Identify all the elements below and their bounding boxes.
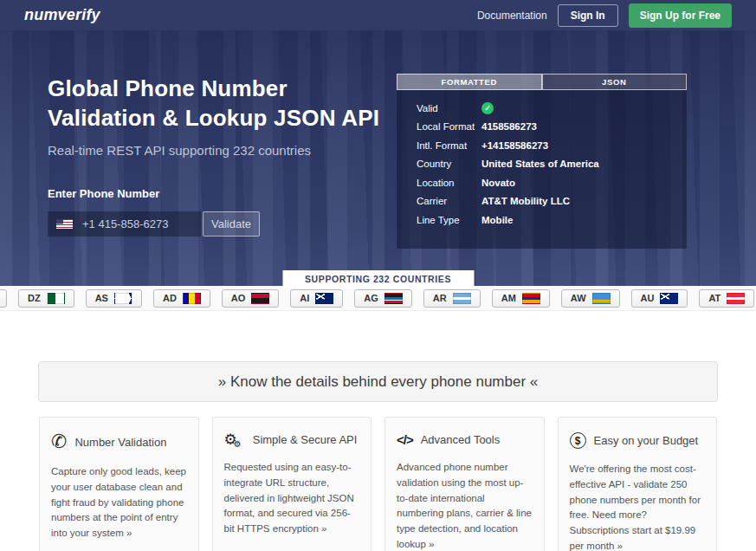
feature-cards: ✆Number ValidationCapture only good lead… [0, 417, 756, 551]
phone-number-input[interactable]: +1 415-858-6273 [48, 211, 201, 237]
result-value: Mobile [481, 215, 513, 225]
numverify-logo[interactable]: numverify [24, 6, 100, 24]
country-code: AU [641, 293, 655, 303]
card-header: ✆Number Validation [51, 432, 187, 451]
section-heading: » Know the details behind every phone nu… [218, 373, 539, 391]
result-row: CarrierAT&T Mobility LLC [417, 192, 687, 211]
phone-number-value: +1 415-858-6273 [82, 217, 168, 230]
result-value: United States of America [481, 159, 599, 169]
card-text[interactable]: Advanced phone number validation using t… [397, 460, 533, 551]
result-label: Carrier [417, 196, 481, 206]
result-value: +14158586273 [481, 140, 548, 151]
ai-flag-icon [315, 293, 333, 304]
result-label: Line Type [417, 215, 481, 225]
navbar-actions: Documentation Sign In Sign Up for Free [477, 3, 732, 28]
title-line-1: Global Phone Number [48, 75, 288, 101]
country-pill-ai[interactable]: AI [290, 289, 343, 308]
country-pill-am[interactable]: AM [492, 289, 550, 308]
feature-card: ⚙⚙Simple & Secure APIRequested using an … [212, 417, 372, 551]
ad-flag-icon [183, 293, 201, 304]
sign-up-button[interactable]: Sign Up for Free [629, 3, 732, 28]
country-pill-au[interactable]: AU [631, 289, 688, 308]
card-text[interactable]: Requested using an easy-to-integrate URL… [224, 460, 360, 537]
card-header: ⚙⚙Simple & Secure API [224, 432, 360, 447]
card-title: Easy on your Budget [594, 434, 699, 447]
country-code: AR [433, 293, 447, 303]
gears-icon: ⚙⚙ [224, 432, 245, 447]
dollar-circle-icon: $ [570, 432, 586, 449]
am-flag-icon [522, 293, 540, 304]
result-row: Intl. Format+14158586273 [417, 136, 687, 155]
feature-card: $Easy on your BudgetWe're offering the m… [558, 417, 718, 551]
result-label: Location [417, 178, 481, 188]
hero-section: Global Phone Number Validation & Lookup … [0, 30, 756, 286]
title-line-2: Validation & Lookup JSON API [48, 105, 379, 131]
country-pill-ag[interactable]: AG [354, 289, 412, 308]
page-title: Global Phone Number Validation & Lookup … [48, 74, 379, 133]
aw-flag-icon [592, 293, 611, 304]
ag-flag-icon [384, 293, 403, 304]
country-code: AD [163, 293, 177, 303]
as-flag-icon [114, 293, 132, 304]
result-label: Intl. Format [417, 140, 481, 151]
code-icon: </> [397, 432, 413, 447]
feature-card: ✆Number ValidationCapture only good lead… [39, 417, 199, 551]
au-flag-icon [660, 293, 678, 304]
country-pill-as[interactable]: AS [86, 289, 142, 308]
country-code: DZ [28, 293, 41, 303]
country-pill-ad[interactable]: AD [153, 289, 210, 308]
valid-check-icon: ✓ [481, 102, 494, 114]
card-title: Number Validation [74, 436, 166, 449]
result-label: Country [417, 159, 481, 169]
country-code: AI [300, 293, 309, 303]
at-flag-icon [727, 293, 745, 304]
country-flag-bar: DZASADAOAIAGARAMAWAUATAZBSBHBD [0, 286, 756, 311]
result-row: Valid✓ [417, 99, 687, 118]
top-navbar: numverify Documentation Sign In Sign Up … [0, 0, 756, 30]
section-heading-band: » Know the details behind every phone nu… [38, 361, 718, 402]
country-pill-dz[interactable]: DZ [18, 289, 74, 308]
country-code: AS [95, 293, 108, 303]
result-rows: Valid✓Local Format4158586273Intl. Format… [397, 90, 687, 230]
tab-formatted[interactable]: FORMATTED [397, 74, 542, 90]
hero-subtitle: Real-time REST API supporting 232 countr… [48, 143, 379, 158]
result-row: Local Format4158586273 [417, 118, 687, 137]
result-row: CountryUnited States of America [417, 155, 687, 174]
card-text[interactable]: We're offering the most cost-effective A… [570, 462, 706, 551]
card-title: Simple & Secure API [253, 433, 358, 446]
result-row: Line TypeMobile [417, 211, 687, 230]
card-text[interactable]: Capture only good leads, keep your user … [51, 464, 187, 541]
country-pill-at[interactable]: AT [699, 289, 754, 308]
ar-flag-icon [453, 293, 471, 304]
hero-content: Global Phone Number Validation & Lookup … [48, 74, 379, 237]
country-pill-ar[interactable]: AR [423, 289, 481, 308]
tab-json[interactable]: JSON [542, 74, 688, 90]
supporting-countries-badge: SUPPORTING 232 COUNTRIES [282, 270, 474, 288]
phone-input-label: Enter Phone Number [48, 187, 379, 200]
country-pill-aw[interactable]: AW [561, 289, 620, 308]
validate-button[interactable]: Validate [203, 211, 260, 237]
documentation-link[interactable]: Documentation [477, 10, 547, 22]
result-value: Novato [481, 178, 515, 188]
card-header: $Easy on your Budget [570, 432, 706, 449]
result-row: LocationNovato [417, 173, 687, 192]
us-flag-icon [56, 219, 73, 229]
result-value: 4158586273 [481, 121, 537, 132]
result-label: Local Format [417, 121, 481, 132]
card-header: </>Advanced Tools [397, 432, 533, 447]
phone-circle-icon: ✆ [51, 432, 67, 451]
country-pill-ao[interactable]: AO [222, 289, 280, 308]
phone-input-row: +1 415-858-6273 Validate [48, 211, 379, 237]
validation-result-panel: FORMATTEDJSON Valid✓Local Format41585862… [397, 74, 687, 249]
country-code: AG [364, 293, 378, 303]
result-label: Valid [417, 103, 481, 113]
country-code: AM [501, 293, 516, 303]
country-code: AW [571, 293, 586, 303]
country-pill-partial[interactable] [0, 289, 7, 308]
result-value: AT&T Mobility LLC [481, 196, 570, 206]
card-title: Advanced Tools [421, 433, 501, 446]
ao-flag-icon [251, 293, 269, 304]
feature-card: </>Advanced ToolsAdvanced phone number v… [384, 417, 545, 551]
dz-flag-icon [47, 293, 65, 304]
sign-in-button[interactable]: Sign In [558, 4, 618, 27]
